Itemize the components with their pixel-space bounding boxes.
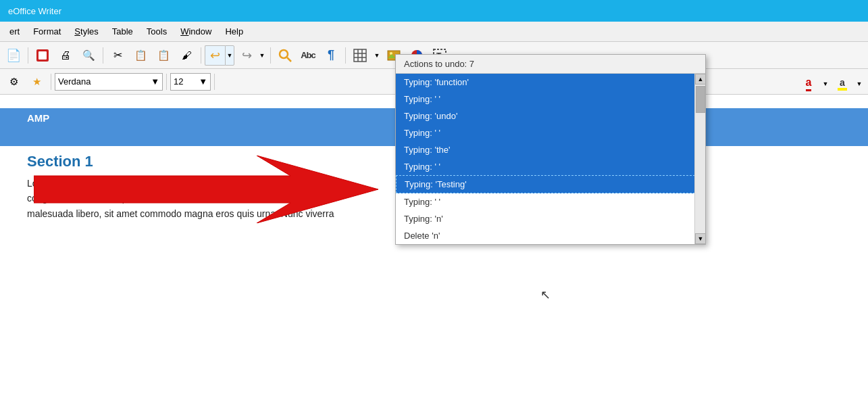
styles-star-button[interactable]: ★ <box>26 72 47 92</box>
undo-list: Typing: 'function' Typing: ' ' Typing: '… <box>396 74 705 244</box>
find-replace-button[interactable] <box>274 45 296 66</box>
format-paintbrush-button[interactable]: 🖌 <box>176 45 197 66</box>
undo-item-5[interactable]: Typing: ' ' <box>396 158 705 175</box>
redo-button-group[interactable]: ↪ ▼ <box>236 45 267 66</box>
sep1 <box>28 47 28 64</box>
sep5 <box>345 47 346 64</box>
scroll-track <box>695 85 705 233</box>
undo-actions-header: Actions to undo: 7 <box>396 55 705 74</box>
sep4 <box>270 47 271 64</box>
right-format-buttons: a ▼ a ▼ <box>798 74 868 94</box>
scroll-up-button[interactable]: ▲ <box>695 74 706 85</box>
styles-gear-button[interactable]: ⚙ <box>3 72 24 92</box>
libreoffice-icon[interactable] <box>32 45 53 66</box>
sep2 <box>103 47 103 64</box>
title-bar: eOffice Writer <box>0 0 868 22</box>
undo-item-6[interactable]: Typing: 'Testing' <box>396 175 705 193</box>
menu-item-format[interactable]: Format <box>26 24 68 39</box>
svg-rect-1 <box>39 51 47 60</box>
menu-item-tools[interactable]: Tools <box>140 24 174 39</box>
font-color-button[interactable]: a <box>798 74 819 94</box>
paragraph-mark-button[interactable]: ¶ <box>320 45 342 66</box>
undo-icon: ↩ <box>210 48 220 63</box>
svg-point-2 <box>280 50 288 58</box>
sep3 <box>201 47 201 64</box>
doc-header-text: AMP <box>27 112 49 124</box>
insert-table-dropdown[interactable]: ▼ <box>372 45 382 66</box>
undo-item-7[interactable]: Typing: ' ' <box>396 193 705 210</box>
undo-item-9[interactable]: Delete 'n' <box>396 227 705 244</box>
redo-dropdown-arrow[interactable]: ▼ <box>257 45 267 66</box>
undo-dropdown-panel: Actions to undo: 7 Typing: 'function' Ty… <box>395 54 706 245</box>
menu-item-styles[interactable]: Styles <box>68 24 105 39</box>
redo-icon: ↪ <box>242 48 252 63</box>
svg-line-3 <box>287 57 291 62</box>
size-dropdown-arrow: ▼ <box>199 76 207 87</box>
paste-button[interactable]: 📋 <box>153 45 174 66</box>
menu-item-insert[interactable]: ert <box>3 24 26 39</box>
svg-rect-4 <box>354 49 366 62</box>
sep-tb2-1 <box>51 74 51 90</box>
spellcheck-button[interactable]: Abc <box>297 45 319 66</box>
undo-item-4[interactable]: Typing: 'the' <box>396 141 705 158</box>
scroll-thumb[interactable] <box>696 86 705 113</box>
highlight-icon: a <box>838 77 847 91</box>
font-color-a-icon: a <box>806 76 812 91</box>
font-size-selector[interactable]: 12 ▼ <box>170 73 211 91</box>
menu-item-table[interactable]: Table <box>105 24 140 39</box>
undo-item-3[interactable]: Typing: ' ' <box>396 124 705 141</box>
undo-item-1[interactable]: Typing: ' ' <box>396 91 705 108</box>
highlight-dropdown[interactable]: ▼ <box>854 74 864 94</box>
font-name-selector[interactable]: Verdana ▼ <box>55 73 163 91</box>
copy-button[interactable]: 📋 <box>130 45 151 66</box>
sep-tb2-3 <box>214 74 215 90</box>
cut-button[interactable]: ✂ <box>107 45 128 66</box>
undo-item-2[interactable]: Typing: 'undo' <box>396 108 705 124</box>
print-button[interactable]: 🖨 <box>55 45 76 66</box>
preview-button[interactable]: 🔍 <box>78 45 99 66</box>
menu-item-help[interactable]: Help <box>218 24 250 39</box>
title-bar-text: eOffice Writer <box>8 6 61 16</box>
highlight-button[interactable]: a <box>832 74 853 94</box>
font-color-dropdown[interactable]: ▼ <box>821 74 830 94</box>
undo-dropdown-arrow[interactable]: ▼ <box>225 45 234 66</box>
undo-item-0[interactable]: Typing: 'function' <box>396 74 705 91</box>
undo-scrollbar[interactable]: ▲ ▼ <box>694 74 705 244</box>
sep-tb2-2 <box>166 74 167 90</box>
new-button[interactable]: 📄 <box>3 45 24 66</box>
undo-button[interactable]: ↩ <box>205 45 225 66</box>
insert-table-button[interactable] <box>349 45 371 66</box>
menu-bar: ert Format Styles Table Tools Window Hel… <box>0 22 868 42</box>
menu-item-window[interactable]: Window <box>174 24 218 39</box>
undo-button-group[interactable]: ↩ ▼ <box>205 45 234 66</box>
scroll-down-button[interactable]: ▼ <box>695 233 706 244</box>
undo-item-8[interactable]: Typing: 'n' <box>396 210 705 227</box>
svg-point-10 <box>390 52 392 55</box>
font-dropdown-arrow: ▼ <box>151 76 159 87</box>
redo-button[interactable]: ↪ <box>236 45 257 66</box>
